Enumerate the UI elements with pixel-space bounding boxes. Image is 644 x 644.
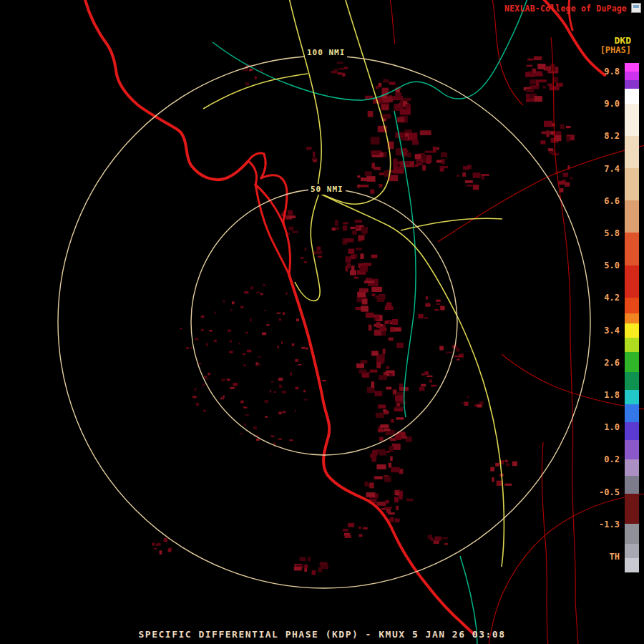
radar-echo xyxy=(227,379,230,381)
radar-echo xyxy=(347,263,351,268)
radar-echo xyxy=(203,384,205,387)
radar-echo xyxy=(343,222,348,224)
radar-echo xyxy=(371,287,382,292)
radar-echo xyxy=(405,104,411,110)
radar-echo xyxy=(206,343,208,346)
radar-echo xyxy=(366,492,376,497)
radar-echo xyxy=(306,147,312,150)
radar-echo xyxy=(308,557,311,561)
radar-echo xyxy=(394,497,399,502)
river-line xyxy=(213,0,527,100)
radar-echo xyxy=(363,527,368,530)
colorbar-segment xyxy=(625,136,639,168)
radar-echo xyxy=(415,154,421,159)
radar-echo xyxy=(374,167,381,170)
radar-echo xyxy=(365,171,372,175)
radar-echo xyxy=(368,111,374,117)
radar-echo xyxy=(243,364,246,366)
radar-echo xyxy=(339,68,345,70)
radar-echo xyxy=(296,387,298,389)
radar-echo xyxy=(370,454,376,458)
radar-echo xyxy=(170,547,172,549)
radar-echo xyxy=(232,301,235,304)
radar-echo xyxy=(548,148,553,151)
radar-echo xyxy=(395,492,399,496)
radar-echo xyxy=(391,170,396,173)
radar-echo xyxy=(389,373,393,376)
radar-echo xyxy=(362,263,371,266)
highway-sf xyxy=(248,161,257,185)
radar-echo xyxy=(434,309,439,311)
radar-echo xyxy=(376,362,381,369)
radar-echo xyxy=(391,467,400,473)
radar-echo xyxy=(247,350,251,353)
colorbar-segment xyxy=(625,422,639,440)
radar-echo xyxy=(270,454,271,455)
radar-echo xyxy=(152,543,155,546)
radar-echo xyxy=(384,476,391,482)
radar-echo xyxy=(389,463,391,468)
radar-echo xyxy=(395,434,401,440)
radar-echo xyxy=(355,220,362,223)
radar-echo xyxy=(495,463,499,467)
radar-echo xyxy=(560,125,565,129)
radar-echo xyxy=(369,482,374,488)
radar-echo xyxy=(230,387,235,389)
radar-echo xyxy=(360,266,368,272)
radar-echo xyxy=(288,210,293,215)
radar-echo xyxy=(306,348,308,350)
radar-echo xyxy=(421,374,425,376)
radar-echo xyxy=(303,399,308,401)
radar-echo xyxy=(220,397,224,399)
radar-echo xyxy=(536,71,542,76)
state-route xyxy=(289,0,321,193)
radar-echo xyxy=(436,300,441,303)
radar-echo xyxy=(338,72,341,74)
radar-echo xyxy=(426,296,428,299)
colorbar-segment xyxy=(625,233,639,265)
radar-echo xyxy=(379,375,387,380)
radar-echo xyxy=(243,69,248,71)
radar-echo xyxy=(386,451,389,453)
radar-echo xyxy=(454,356,460,357)
radar-echo xyxy=(393,389,397,394)
radar-echo xyxy=(441,152,447,157)
radar-echo xyxy=(332,228,336,231)
radar-echo xyxy=(431,385,436,387)
radar-echo xyxy=(379,437,384,441)
radar-echo xyxy=(446,352,452,353)
radar-echo xyxy=(245,414,249,415)
radar-echo xyxy=(263,284,265,286)
radar-echo xyxy=(359,185,369,187)
radar-echo xyxy=(229,351,233,353)
radar-echo xyxy=(457,359,459,361)
radar-echo xyxy=(365,482,369,487)
radar-echo xyxy=(223,301,225,303)
radar-echo xyxy=(230,309,232,311)
radar-echo xyxy=(356,364,364,369)
radar-echo xyxy=(479,401,484,405)
radar-echo xyxy=(376,464,386,469)
county-boundaries xyxy=(390,0,644,644)
colorbar-segment xyxy=(625,265,639,298)
radar-echo xyxy=(370,190,374,194)
radar-echo xyxy=(399,494,403,499)
radar-echo xyxy=(283,312,285,315)
radar-echo xyxy=(344,67,348,69)
colorbar-segment xyxy=(625,72,639,80)
radar-echo xyxy=(270,390,271,393)
radar-echo xyxy=(497,481,502,486)
radar-echo xyxy=(208,373,210,376)
radar-echo xyxy=(379,451,386,456)
radar-echo xyxy=(209,330,213,331)
radar-echo xyxy=(243,353,246,356)
state-route xyxy=(401,218,502,230)
radar-echo xyxy=(289,215,296,218)
radar-echo xyxy=(570,177,572,180)
radar-echo xyxy=(313,155,315,157)
radar-echo xyxy=(313,251,315,255)
radar-echo xyxy=(180,328,182,329)
radar-echo xyxy=(244,291,248,293)
radar-echo xyxy=(381,104,389,111)
radar-echo xyxy=(385,500,389,504)
